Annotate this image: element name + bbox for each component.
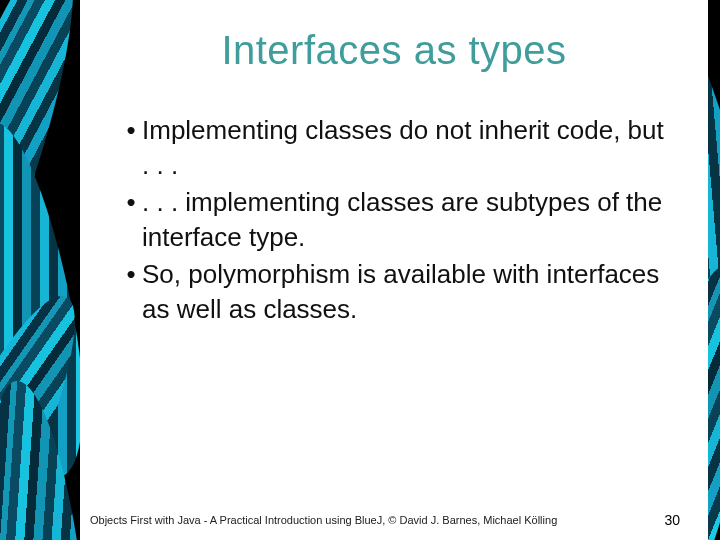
bullet-text: Implementing classes do not inherit code… (142, 113, 668, 183)
bullet-list: • Implementing classes do not inherit co… (120, 113, 668, 328)
slide: Interfaces as types • Implementing class… (0, 0, 720, 540)
bullet-dot-icon: • (120, 185, 142, 220)
bullet-item: • . . . implementing classes are subtype… (120, 185, 668, 255)
decorative-left-border (0, 0, 80, 540)
bullet-text: So, polymorphism is available with inter… (142, 257, 668, 327)
slide-content: Interfaces as types • Implementing class… (80, 0, 708, 540)
bullet-item: • So, polymorphism is available with int… (120, 257, 668, 327)
slide-title: Interfaces as types (80, 28, 708, 73)
bullet-text: . . . implementing classes are subtypes … (142, 185, 668, 255)
bullet-dot-icon: • (120, 113, 142, 148)
decorative-right-border (708, 0, 720, 540)
page-number: 30 (664, 512, 680, 528)
footer-text: Objects First with Java - A Practical In… (90, 514, 557, 526)
bullet-item: • Implementing classes do not inherit co… (120, 113, 668, 183)
bullet-dot-icon: • (120, 257, 142, 292)
